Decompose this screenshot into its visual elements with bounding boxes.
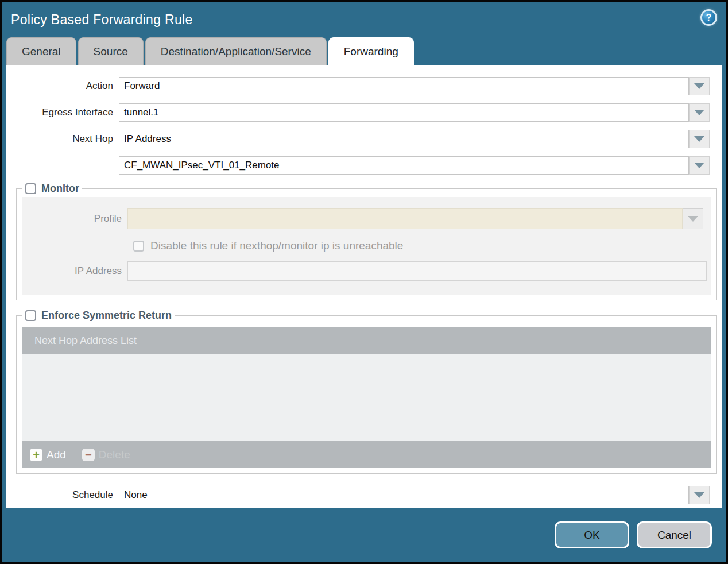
chevron-down-icon [694, 110, 704, 115]
next-hop-address-row: CF_MWAN_IPsec_VTI_01_Remote [6, 156, 722, 175]
add-button-label: Add [47, 449, 66, 461]
tab-source[interactable]: Source [78, 37, 144, 65]
next-hop-address-dropdown-button[interactable] [689, 156, 710, 175]
schedule-select[interactable]: None [119, 486, 689, 504]
enforce-symmetric-return-checkbox[interactable] [25, 310, 36, 321]
chevron-down-icon [694, 136, 704, 142]
disable-rule-label: Disable this rule if nexthop/monitor ip … [150, 239, 403, 252]
policy-based-forwarding-dialog: Policy Based Forwarding Rule ? General S… [0, 0, 728, 564]
profile-row: Profile [22, 208, 711, 229]
dialog-titlebar: Policy Based Forwarding Rule [2, 2, 726, 37]
chevron-down-icon [694, 83, 704, 89]
chevron-down-icon [694, 492, 704, 498]
next-hop-type-select[interactable]: IP Address [119, 130, 689, 148]
cancel-button[interactable]: Cancel [637, 521, 712, 548]
ok-button[interactable]: OK [555, 521, 629, 548]
schedule-label: Schedule [6, 489, 119, 501]
monitor-ip-address-row: IP Address [22, 261, 711, 281]
egress-interface-dropdown-button[interactable] [689, 103, 710, 122]
dialog-title: Policy Based Forwarding Rule [11, 12, 193, 28]
profile-dropdown-button [683, 208, 703, 229]
enforce-symmetric-return-fieldset: Enforce Symmetric Return Next Hop Addres… [16, 310, 717, 474]
chevron-down-icon [688, 216, 698, 222]
delete-button[interactable]: − Delete [82, 449, 130, 461]
monitor-checkbox[interactable] [25, 183, 36, 194]
action-dropdown-button[interactable] [689, 77, 710, 95]
egress-interface-select[interactable]: tunnel.1 [119, 103, 689, 122]
delete-button-label: Delete [99, 449, 130, 461]
forwarding-tab-panel: Action Forward Egress Interface tunnel.1… [6, 65, 722, 508]
next-hop-label: Next Hop [6, 133, 119, 145]
schedule-dropdown-button[interactable] [689, 486, 710, 504]
monitor-ip-address-input [127, 261, 707, 281]
action-row: Action Forward [6, 77, 722, 95]
disable-rule-checkbox [133, 241, 144, 252]
monitor-ip-address-label: IP Address [22, 265, 127, 277]
tab-general[interactable]: General [6, 37, 76, 65]
next-hop-dropdown-button[interactable] [689, 130, 710, 148]
add-icon: + [30, 449, 42, 461]
next-hop-address-select[interactable]: CF_MWAN_IPsec_VTI_01_Remote [119, 156, 689, 175]
tab-forwarding[interactable]: Forwarding [328, 37, 414, 65]
next-hop-row: Next Hop IP Address [6, 130, 722, 148]
monitor-legend: Monitor [22, 183, 82, 195]
egress-interface-label: Egress Interface [6, 107, 119, 118]
enforce-symmetric-return-label: Enforce Symmetric Return [41, 310, 172, 322]
egress-interface-row: Egress Interface tunnel.1 [6, 103, 722, 122]
delete-icon: − [82, 449, 95, 461]
help-question-icon[interactable]: ? [700, 9, 717, 26]
disable-rule-row: Disable this rule if nexthop/monitor ip … [133, 237, 711, 254]
next-hop-address-list-toolbar: + Add − Delete [22, 441, 711, 468]
profile-label: Profile [22, 213, 127, 225]
action-label: Action [6, 80, 119, 92]
next-hop-address-list-body[interactable] [22, 354, 711, 441]
schedule-row: Schedule None [6, 486, 722, 504]
next-hop-address-list-table: Next Hop Address List + Add − Delete [22, 327, 711, 468]
tab-bar: General Source Destination/Application/S… [6, 37, 726, 65]
add-button[interactable]: + Add [30, 449, 66, 461]
tab-destination-application-service[interactable]: Destination/Application/Service [145, 37, 327, 65]
chevron-down-icon [694, 163, 704, 168]
monitor-fieldset: Monitor Profile Disable this rule if nex… [16, 183, 717, 300]
next-hop-address-list-header: Next Hop Address List [22, 327, 711, 354]
profile-select [127, 208, 683, 229]
dialog-footer: OK Cancel [2, 508, 726, 562]
enforce-symmetric-return-legend: Enforce Symmetric Return [22, 310, 175, 322]
action-select[interactable]: Forward [119, 77, 689, 95]
monitor-section-body: Profile Disable this rule if nexthop/mon… [22, 197, 711, 295]
monitor-legend-label: Monitor [41, 183, 79, 195]
